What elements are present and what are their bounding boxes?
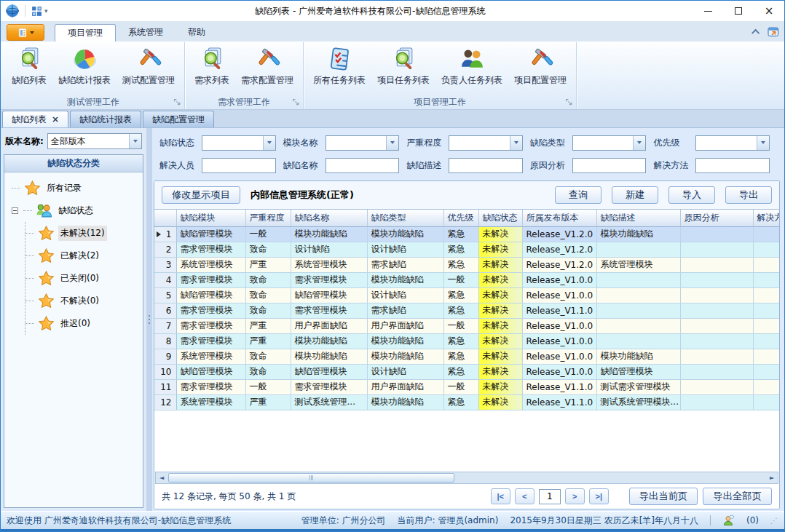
ribbon-button[interactable]: 缺陷统计报表 <box>52 44 117 95</box>
data-cell[interactable]: 致命 <box>245 287 291 303</box>
data-cell[interactable]: 致命 <box>245 272 291 287</box>
data-cell[interactable]: Release_V1.0.0 <box>522 287 596 303</box>
data-cell[interactable]: 紧急 <box>443 394 478 410</box>
filter-select-arrow[interactable] <box>386 136 398 150</box>
column-header[interactable]: 优先级 <box>443 210 478 226</box>
ribbon-button[interactable]: 负责人任务列表 <box>435 44 508 95</box>
horizontal-scrollbar[interactable]: ◄ ► <box>155 472 778 484</box>
data-cell[interactable]: 缺陷管理模块 <box>176 364 245 379</box>
data-cell[interactable]: 严重 <box>245 333 291 349</box>
data-cell[interactable] <box>753 257 779 272</box>
tree-item[interactable]: 已解决(2) <box>25 245 141 267</box>
data-cell[interactable]: Release_V1.0.0 <box>522 364 596 379</box>
ribbon-button[interactable]: 需求配置管理 <box>235 44 299 95</box>
data-cell[interactable]: 紧急 <box>443 364 478 379</box>
status-cell[interactable]: 未解决 <box>478 379 522 394</box>
table-row[interactable]: 9系统管理模块致命模块功能缺陷模块功能缺陷紧急未解决Release_V1.0.0… <box>154 349 779 364</box>
modify-display-items-button[interactable]: 修改显示项目 <box>162 186 240 204</box>
data-cell[interactable]: 需求缺陷 <box>367 303 443 318</box>
filter-input[interactable] <box>449 158 523 173</box>
row-number-cell[interactable]: 8 <box>154 333 176 349</box>
data-cell[interactable] <box>753 349 779 364</box>
ribbon-tab[interactable]: 系统管理 <box>116 24 175 41</box>
data-cell[interactable]: 需求管理模块 <box>176 318 245 333</box>
collapse-node-icon[interactable] <box>12 207 18 214</box>
row-number-cell[interactable]: 7 <box>154 318 176 333</box>
data-cell[interactable]: 一般 <box>443 272 478 287</box>
data-cell[interactable]: 严重 <box>245 257 291 272</box>
filter-select[interactable] <box>202 135 276 151</box>
data-cell[interactable] <box>680 272 753 287</box>
data-cell[interactable] <box>680 349 753 364</box>
filter-select[interactable] <box>695 135 770 151</box>
data-cell[interactable]: 模块功能缺陷 <box>291 349 367 364</box>
column-header[interactable]: 缺陷名称 <box>291 210 367 226</box>
filter-select[interactable] <box>449 135 523 151</box>
status-cell[interactable]: 未解决 <box>478 394 522 410</box>
help-window-icon[interactable] <box>767 25 780 39</box>
scroll-left-icon[interactable]: ◄ <box>156 472 167 483</box>
tree-item[interactable]: 未解决(12) <box>25 222 141 245</box>
filter-input[interactable] <box>202 158 276 173</box>
table-row[interactable]: 3系统管理模块严重系统管理模块需求缺陷紧急未解决Release_V1.2.0系统… <box>154 257 779 272</box>
launcher-icon[interactable] <box>173 98 181 106</box>
data-cell[interactable]: 模块功能缺陷 <box>367 349 443 364</box>
data-cell[interactable] <box>680 394 753 410</box>
status-cell[interactable]: 未解决 <box>478 303 522 318</box>
filter-select[interactable] <box>572 135 647 151</box>
data-cell[interactable]: 需求管理模块 <box>291 303 367 318</box>
data-cell[interactable] <box>596 287 680 303</box>
data-cell[interactable]: 模块功能缺陷 <box>367 333 443 349</box>
close-button[interactable]: × <box>754 1 784 21</box>
status-cell[interactable]: 未解决 <box>478 242 522 257</box>
filter-select-arrow[interactable] <box>510 136 522 150</box>
data-cell[interactable]: 紧急 <box>443 349 478 364</box>
filter-select-arrow[interactable] <box>757 136 769 150</box>
data-cell[interactable] <box>753 379 779 394</box>
data-cell[interactable]: 测试系统管理模块... <box>596 394 680 410</box>
data-cell[interactable]: 致命 <box>245 364 291 379</box>
export-all-pages-button[interactable]: 导出全部页 <box>703 488 772 505</box>
version-combo[interactable]: 全部版本 <box>47 133 142 149</box>
data-cell[interactable]: 缺陷管理模块 <box>176 226 245 242</box>
data-cell[interactable] <box>753 364 779 379</box>
data-cell[interactable]: Release_V1.1.0 <box>522 394 596 410</box>
table-row[interactable]: 2需求管理模块致命设计缺陷设计缺陷紧急未解决Release_V1.2.0 <box>154 242 779 257</box>
data-cell[interactable]: 致命 <box>245 242 291 257</box>
data-cell[interactable]: Release_V1.2.0 <box>522 226 596 242</box>
data-cell[interactable] <box>680 333 753 349</box>
status-cell[interactable]: 未解决 <box>478 318 522 333</box>
data-cell[interactable] <box>753 226 779 242</box>
data-cell[interactable]: 一般 <box>245 379 291 394</box>
data-cell[interactable]: 系统管理模块 <box>176 349 245 364</box>
data-cell[interactable] <box>680 364 753 379</box>
data-cell[interactable]: 需求管理模块 <box>291 379 367 394</box>
data-cell[interactable]: 模块功能缺陷 <box>367 272 443 287</box>
filter-select-arrow[interactable] <box>263 136 275 150</box>
column-header[interactable]: 所属发布版本 <box>522 210 596 226</box>
collapse-ribbon-icon[interactable] <box>752 29 760 37</box>
column-header[interactable]: 原因分析 <box>680 210 753 226</box>
close-tab-icon[interactable]: × <box>52 115 59 124</box>
data-cell[interactable]: 设计缺陷 <box>291 242 367 257</box>
row-number-cell[interactable]: 11 <box>154 379 176 394</box>
tree-item[interactable]: 已关闭(0) <box>25 267 141 290</box>
data-cell[interactable] <box>753 318 779 333</box>
ribbon-button[interactable]: 需求列表 <box>189 44 235 95</box>
data-cell[interactable]: 模块功能缺陷 <box>596 349 680 364</box>
data-cell[interactable]: 紧急 <box>443 333 478 349</box>
data-cell[interactable]: 模块功能缺陷 <box>291 333 367 349</box>
row-number-cell[interactable]: 2 <box>154 242 176 257</box>
data-cell[interactable] <box>753 303 779 318</box>
last-page-button[interactable]: >| <box>589 488 609 504</box>
table-row[interactable]: 5缺陷管理模块致命缺陷管理模块设计缺陷紧急未解决Release_V1.0.0 <box>154 287 779 303</box>
row-number-cell[interactable]: 3 <box>154 257 176 272</box>
ribbon-button[interactable]: 项目配置管理 <box>508 44 572 95</box>
row-number-cell[interactable]: 5 <box>154 287 176 303</box>
data-cell[interactable]: 系统管理模块 <box>176 257 245 272</box>
export-button[interactable]: 导出 <box>725 186 772 204</box>
column-header[interactable]: 缺陷描述 <box>596 210 680 226</box>
data-cell[interactable]: 一般 <box>443 379 478 394</box>
maximize-button[interactable] <box>723 1 754 21</box>
row-number-cell[interactable]: 10 <box>154 364 176 379</box>
